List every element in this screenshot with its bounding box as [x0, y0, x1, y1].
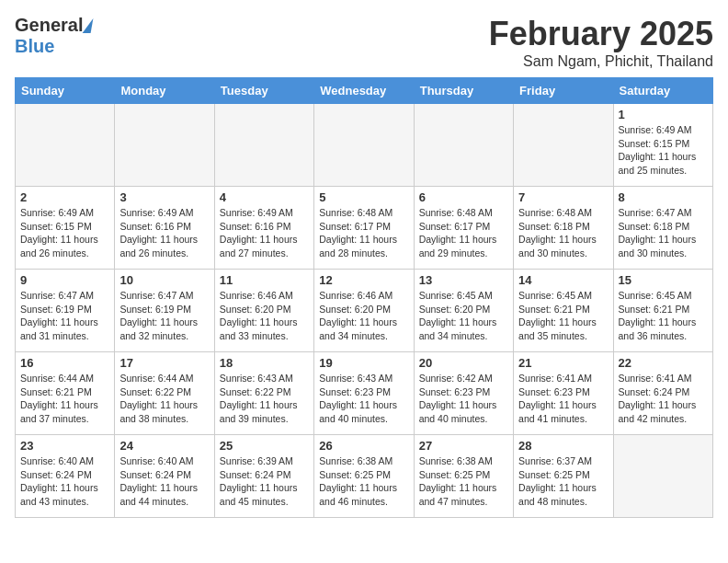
calendar-cell: 8Sunrise: 6:47 AM Sunset: 6:18 PM Daylig… [613, 187, 712, 270]
calendar-cell: 10Sunrise: 6:47 AM Sunset: 6:19 PM Dayli… [115, 270, 214, 352]
page-header: General Blue February 2025 Sam Ngam, Phi… [15, 15, 713, 70]
weekday-header-row: SundayMondayTuesdayWednesdayThursdayFrid… [16, 78, 713, 104]
day-number: 27 [419, 439, 508, 453]
day-number: 10 [119, 273, 209, 287]
day-number: 28 [518, 439, 608, 453]
day-number: 11 [220, 273, 309, 287]
calendar-cell: 3Sunrise: 6:49 AM Sunset: 6:16 PM Daylig… [115, 187, 214, 270]
day-info: Sunrise: 6:47 AM Sunset: 6:19 PM Dayligh… [119, 289, 209, 343]
calendar-week-1: 2Sunrise: 6:49 AM Sunset: 6:15 PM Daylig… [16, 187, 713, 270]
calendar-cell [314, 104, 414, 187]
weekday-header-tuesday: Tuesday [214, 78, 313, 104]
day-number: 25 [220, 439, 309, 453]
weekday-header-sunday: Sunday [16, 78, 115, 104]
day-number: 22 [619, 356, 708, 370]
day-number: 3 [119, 190, 209, 204]
calendar-cell [16, 104, 115, 187]
day-number: 16 [20, 356, 109, 370]
day-number: 1 [619, 108, 708, 121]
day-number: 8 [619, 190, 708, 204]
day-info: Sunrise: 6:41 AM Sunset: 6:23 PM Dayligh… [518, 372, 608, 426]
calendar-cell [414, 104, 513, 187]
calendar-cell: 25Sunrise: 6:39 AM Sunset: 6:24 PM Dayli… [214, 435, 313, 518]
day-info: Sunrise: 6:44 AM Sunset: 6:21 PM Dayligh… [20, 372, 109, 426]
logo-icon [83, 18, 94, 33]
day-number: 24 [119, 439, 209, 453]
weekday-header-monday: Monday [115, 78, 214, 104]
weekday-header-saturday: Saturday [613, 78, 712, 104]
day-number: 18 [220, 356, 309, 370]
calendar-cell: 9Sunrise: 6:47 AM Sunset: 6:19 PM Daylig… [16, 270, 115, 352]
day-info: Sunrise: 6:49 AM Sunset: 6:15 PM Dayligh… [20, 206, 109, 260]
logo-blue: Blue [15, 36, 54, 57]
calendar-cell: 22Sunrise: 6:41 AM Sunset: 6:24 PM Dayli… [613, 352, 712, 435]
calendar-week-0: 1Sunrise: 6:49 AM Sunset: 6:15 PM Daylig… [16, 104, 713, 187]
day-info: Sunrise: 6:47 AM Sunset: 6:18 PM Dayligh… [619, 206, 708, 260]
calendar-cell: 2Sunrise: 6:49 AM Sunset: 6:15 PM Daylig… [16, 187, 115, 270]
calendar-cell: 15Sunrise: 6:45 AM Sunset: 6:21 PM Dayli… [613, 270, 712, 352]
day-info: Sunrise: 6:38 AM Sunset: 6:25 PM Dayligh… [319, 454, 408, 509]
day-number: 14 [518, 273, 608, 287]
calendar-cell [115, 104, 214, 187]
calendar-week-2: 9Sunrise: 6:47 AM Sunset: 6:19 PM Daylig… [16, 270, 713, 352]
day-number: 17 [119, 356, 209, 370]
calendar-cell: 6Sunrise: 6:48 AM Sunset: 6:17 PM Daylig… [414, 187, 513, 270]
logo: General Blue [15, 15, 92, 57]
calendar-cell: 16Sunrise: 6:44 AM Sunset: 6:21 PM Dayli… [16, 352, 115, 435]
calendar-cell: 18Sunrise: 6:43 AM Sunset: 6:22 PM Dayli… [214, 352, 313, 435]
day-info: Sunrise: 6:43 AM Sunset: 6:22 PM Dayligh… [220, 372, 309, 426]
calendar-week-3: 16Sunrise: 6:44 AM Sunset: 6:21 PM Dayli… [16, 352, 713, 435]
calendar-cell: 28Sunrise: 6:37 AM Sunset: 6:25 PM Dayli… [514, 435, 613, 518]
day-info: Sunrise: 6:41 AM Sunset: 6:24 PM Dayligh… [619, 372, 708, 426]
month-title: February 2025 [489, 15, 713, 53]
day-info: Sunrise: 6:49 AM Sunset: 6:16 PM Dayligh… [119, 206, 209, 260]
calendar-cell [514, 104, 613, 187]
calendar-cell: 1Sunrise: 6:49 AM Sunset: 6:15 PM Daylig… [613, 104, 712, 187]
calendar-week-4: 23Sunrise: 6:40 AM Sunset: 6:24 PM Dayli… [16, 435, 713, 518]
day-number: 23 [20, 439, 109, 453]
day-info: Sunrise: 6:46 AM Sunset: 6:20 PM Dayligh… [319, 289, 408, 343]
day-info: Sunrise: 6:48 AM Sunset: 6:17 PM Dayligh… [319, 206, 408, 260]
day-number: 15 [619, 273, 708, 287]
day-info: Sunrise: 6:40 AM Sunset: 6:24 PM Dayligh… [119, 454, 209, 509]
calendar-cell: 27Sunrise: 6:38 AM Sunset: 6:25 PM Dayli… [414, 435, 513, 518]
calendar-cell: 19Sunrise: 6:43 AM Sunset: 6:23 PM Dayli… [314, 352, 414, 435]
day-info: Sunrise: 6:38 AM Sunset: 6:25 PM Dayligh… [419, 454, 508, 509]
day-number: 19 [319, 356, 408, 370]
day-info: Sunrise: 6:45 AM Sunset: 6:21 PM Dayligh… [518, 289, 608, 343]
calendar-cell: 11Sunrise: 6:46 AM Sunset: 6:20 PM Dayli… [214, 270, 313, 352]
day-info: Sunrise: 6:37 AM Sunset: 6:25 PM Dayligh… [518, 454, 608, 509]
weekday-header-wednesday: Wednesday [314, 78, 414, 104]
calendar-cell: 17Sunrise: 6:44 AM Sunset: 6:22 PM Dayli… [115, 352, 214, 435]
day-number: 26 [319, 439, 408, 453]
calendar-cell: 13Sunrise: 6:45 AM Sunset: 6:20 PM Dayli… [414, 270, 513, 352]
calendar-cell: 26Sunrise: 6:38 AM Sunset: 6:25 PM Dayli… [314, 435, 414, 518]
calendar-cell: 21Sunrise: 6:41 AM Sunset: 6:23 PM Dayli… [514, 352, 613, 435]
day-number: 6 [419, 190, 508, 204]
calendar-cell: 23Sunrise: 6:40 AM Sunset: 6:24 PM Dayli… [16, 435, 115, 518]
day-info: Sunrise: 6:46 AM Sunset: 6:20 PM Dayligh… [220, 289, 309, 343]
day-info: Sunrise: 6:48 AM Sunset: 6:18 PM Dayligh… [518, 206, 608, 260]
calendar-cell: 4Sunrise: 6:49 AM Sunset: 6:16 PM Daylig… [214, 187, 313, 270]
day-info: Sunrise: 6:45 AM Sunset: 6:20 PM Dayligh… [419, 289, 508, 343]
day-number: 21 [518, 356, 608, 370]
calendar-cell: 14Sunrise: 6:45 AM Sunset: 6:21 PM Dayli… [514, 270, 613, 352]
day-number: 7 [518, 190, 608, 204]
weekday-header-friday: Friday [514, 78, 613, 104]
day-info: Sunrise: 6:44 AM Sunset: 6:22 PM Dayligh… [119, 372, 209, 426]
day-info: Sunrise: 6:43 AM Sunset: 6:23 PM Dayligh… [319, 372, 408, 426]
day-number: 4 [220, 190, 309, 204]
calendar-cell: 20Sunrise: 6:42 AM Sunset: 6:23 PM Dayli… [414, 352, 513, 435]
day-number: 13 [419, 273, 508, 287]
calendar-cell: 5Sunrise: 6:48 AM Sunset: 6:17 PM Daylig… [314, 187, 414, 270]
day-info: Sunrise: 6:49 AM Sunset: 6:15 PM Dayligh… [619, 123, 708, 178]
day-number: 12 [319, 273, 408, 287]
day-number: 2 [20, 190, 109, 204]
weekday-header-thursday: Thursday [414, 78, 513, 104]
calendar-cell: 12Sunrise: 6:46 AM Sunset: 6:20 PM Dayli… [314, 270, 414, 352]
logo-general: General [15, 15, 83, 36]
day-number: 9 [20, 273, 109, 287]
calendar-cell: 7Sunrise: 6:48 AM Sunset: 6:18 PM Daylig… [514, 187, 613, 270]
title-block: February 2025 Sam Ngam, Phichit, Thailan… [489, 15, 713, 70]
calendar-table: SundayMondayTuesdayWednesdayThursdayFrid… [15, 77, 713, 518]
